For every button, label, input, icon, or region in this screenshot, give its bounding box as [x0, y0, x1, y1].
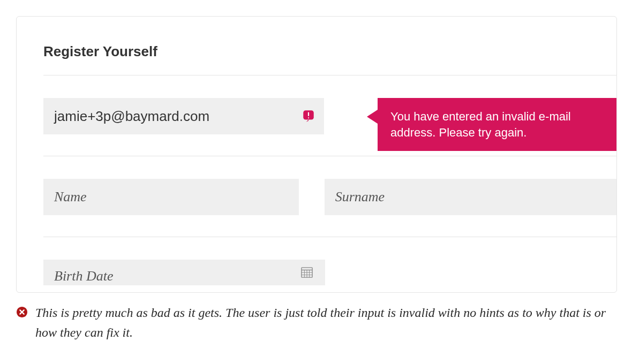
surname-field[interactable]: Surname — [325, 179, 616, 215]
screenshot-card: Register Yourself jamie+3p@baymard.com Y… — [16, 16, 617, 293]
tooltip-arrow-icon — [367, 110, 378, 124]
error-tooltip: You have entered an invalid e-mail addre… — [378, 98, 617, 151]
name-placeholder: Name — [54, 189, 87, 205]
name-field[interactable]: Name — [43, 179, 299, 215]
form-title: Register Yourself — [43, 43, 616, 60]
email-value: jamie+3p@baymard.com — [54, 108, 209, 125]
birth-row: Birth Date — [43, 260, 616, 285]
email-row: jamie+3p@baymard.com You have entered an… — [43, 98, 616, 134]
register-form: Register Yourself jamie+3p@baymard.com Y… — [17, 17, 616, 285]
error-message: You have entered an invalid e-mail addre… — [390, 110, 571, 139]
close-circle-icon — [16, 306, 28, 320]
divider — [43, 156, 616, 156]
name-row: Name Surname — [43, 179, 616, 215]
birth-date-field[interactable]: Birth Date — [43, 260, 325, 285]
birth-placeholder: Birth Date — [54, 268, 114, 284]
divider — [43, 237, 616, 237]
svg-rect-2 — [308, 117, 309, 118]
figure-caption: This is pretty much as bad as it gets. T… — [16, 303, 616, 343]
alert-icon — [302, 109, 315, 123]
svg-rect-1 — [308, 112, 309, 116]
divider — [43, 75, 616, 75]
caption-text: This is pretty much as bad as it gets. T… — [35, 303, 616, 343]
surname-placeholder: Surname — [335, 189, 385, 205]
calendar-icon[interactable] — [300, 266, 313, 278]
email-field[interactable]: jamie+3p@baymard.com — [43, 98, 324, 134]
